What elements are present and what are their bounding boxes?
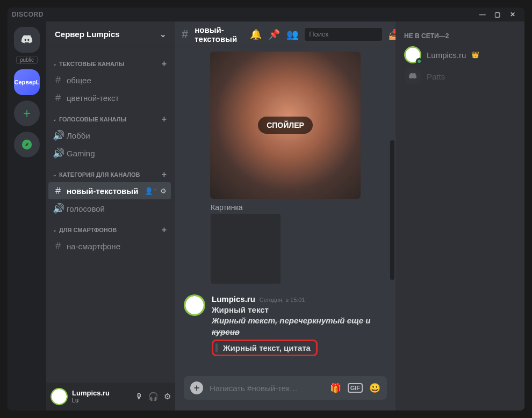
scroll-thumb[interactable] <box>390 140 394 280</box>
titlebar: DISCORD — ▢ ✕ <box>8 8 524 21</box>
speaker-icon: 🔊 <box>53 147 63 159</box>
category-phones[interactable]: ⌄ДЛЯ СМАРТФОНОВ+ <box>48 218 171 237</box>
image-attachment[interactable] <box>211 214 281 284</box>
guild-rail: public СерверL + <box>8 21 46 410</box>
avatar <box>404 68 421 85</box>
username: Lumpics.ru <box>72 390 131 397</box>
chevron-down-icon: ⌄ <box>160 30 167 39</box>
discord-logo-icon <box>408 73 418 80</box>
emoji-icon[interactable]: 😀 <box>369 383 380 394</box>
chevron-down-icon: ⌄ <box>53 172 57 177</box>
message: Lumpics.ru Сегодня, в 15:01 Жирный текст… <box>184 294 387 356</box>
channel-item[interactable]: #цветной-текст <box>48 89 171 106</box>
guild-server-lumpics[interactable]: СерверL <box>14 69 40 95</box>
hash-icon: # <box>53 75 63 86</box>
notifications-icon[interactable]: 🔔 <box>250 28 262 40</box>
status-online-icon <box>416 58 422 64</box>
member-row[interactable]: Lumpics.ru 👑 <box>400 44 520 66</box>
server-name: Сервер Lumpics <box>55 30 120 39</box>
speaker-icon: 🔊 <box>53 129 63 141</box>
window-maximize-button[interactable]: ▢ <box>490 9 505 20</box>
composer-placeholder: Написать #новый-тек… <box>210 384 323 393</box>
add-channel-button[interactable]: + <box>162 170 167 179</box>
mute-button[interactable]: 🎙 <box>135 392 143 401</box>
member-name: Patts <box>427 72 445 81</box>
deafen-button[interactable]: 🎧 <box>148 392 159 401</box>
pin-icon[interactable]: 📌 <box>268 28 280 40</box>
avatar[interactable] <box>51 388 68 405</box>
channel-item[interactable]: 🔊Лобби <box>48 127 171 144</box>
category-custom[interactable]: ⌄КАТЕГОРИЯ ДЛЯ КАНАЛОВ+ <box>48 162 171 182</box>
chevron-down-icon: ⌄ <box>53 227 57 233</box>
hash-icon: # <box>53 185 63 197</box>
gift-icon[interactable]: 🎁 <box>330 383 341 394</box>
message-line-bold: Жирный текст <box>212 305 387 315</box>
home-button[interactable] <box>14 27 40 53</box>
hash-icon: # <box>53 92 63 104</box>
server-header[interactable]: Сервер Lumpics ⌄ <box>46 21 175 47</box>
window-close-button[interactable]: ✕ <box>505 9 520 20</box>
crown-icon: 👑 <box>471 51 479 59</box>
user-panel: Lumpics.ru Lu 🎙 🎧 ⚙ <box>46 383 175 410</box>
add-server-button[interactable]: + <box>14 100 40 126</box>
member-row[interactable]: Patts <box>400 66 520 87</box>
message-line-strike: Жирный текст, перечеркнутый еще и курсив <box>212 315 387 337</box>
gif-button[interactable]: GIF <box>348 383 363 393</box>
chevron-down-icon: ⌄ <box>53 117 57 122</box>
channel-item[interactable]: 🔊голосовой <box>48 200 171 217</box>
channel-sidebar: Сервер Lumpics ⌄ ⌄ТЕКСТОВЫЕ КАНАЛЫ+ #общ… <box>46 21 175 410</box>
members-toggle-icon[interactable]: 👥 <box>286 28 298 40</box>
add-channel-button[interactable]: + <box>162 225 167 235</box>
settings-button[interactable]: ⚙ <box>164 392 171 401</box>
highlight-annotation: Жирный текст, цитата <box>212 340 318 356</box>
invite-icon[interactable]: 👤⁺ <box>145 187 157 195</box>
message-timestamp: Сегодня, в 15:01 <box>260 297 305 303</box>
speaker-icon: 🔊 <box>53 203 63 214</box>
add-channel-button[interactable]: + <box>162 114 167 124</box>
search-input[interactable] <box>309 30 399 38</box>
channel-toolbar: # новый-текстовый 🔔 📌 👥 🔍 📥 ❔ <box>175 21 396 47</box>
user-tag: Lu <box>72 397 131 403</box>
member-name: Lumpics.ru <box>427 51 466 60</box>
attachment-label: Картинка <box>211 203 387 212</box>
message-list: СПОЙЛЕР Картинка Lumpics.ru Сегодня, в 1… <box>175 47 396 376</box>
members-section-header: НЕ В СЕТИ—2 <box>400 30 520 44</box>
member-list: НЕ В СЕТИ—2 Lumpics.ru 👑 Patts <box>396 21 524 410</box>
search-box[interactable]: 🔍 <box>305 28 382 41</box>
channel-item[interactable]: 🔊Gaming <box>48 145 171 162</box>
channel-item[interactable]: #общее <box>48 71 171 89</box>
scrollbar[interactable] <box>390 53 394 344</box>
hash-icon: # <box>53 241 63 252</box>
add-channel-button[interactable]: + <box>162 59 167 69</box>
spoiler-attachment[interactable]: СПОЙЛЕР <box>210 52 361 199</box>
public-badge: public <box>16 56 38 64</box>
brand-wordmark: DISCORD <box>12 11 44 18</box>
explore-button[interactable] <box>14 132 40 157</box>
channel-item[interactable]: #на-смартфоне <box>48 237 171 255</box>
avatar <box>404 46 421 63</box>
attach-button[interactable]: + <box>190 381 203 394</box>
spoiler-badge: СПОЙЛЕР <box>258 117 313 134</box>
category-voice[interactable]: ⌄ГОЛОСОВЫЕ КАНАЛЫ+ <box>48 107 171 126</box>
gear-icon[interactable]: ⚙ <box>160 187 167 195</box>
channel-item-selected[interactable]: #новый-текстовый👤⁺⚙ <box>48 182 171 199</box>
channel-title: новый-текстовый <box>195 25 237 44</box>
message-line-quote: Жирный текст, цитата <box>223 343 311 352</box>
discord-logo-icon <box>20 34 34 45</box>
window-minimize-button[interactable]: — <box>475 9 490 20</box>
hash-icon: # <box>182 27 188 41</box>
chevron-down-icon: ⌄ <box>53 61 57 67</box>
message-composer[interactable]: + Написать #новый-тек… 🎁 GIF 😀 <box>184 376 387 400</box>
blockquote-bar <box>215 343 218 352</box>
category-text[interactable]: ⌄ТЕКСТОВЫЕ КАНАЛЫ+ <box>48 52 171 71</box>
message-author[interactable]: Lumpics.ru <box>212 294 255 304</box>
avatar[interactable] <box>184 294 205 316</box>
compass-icon <box>21 139 33 150</box>
